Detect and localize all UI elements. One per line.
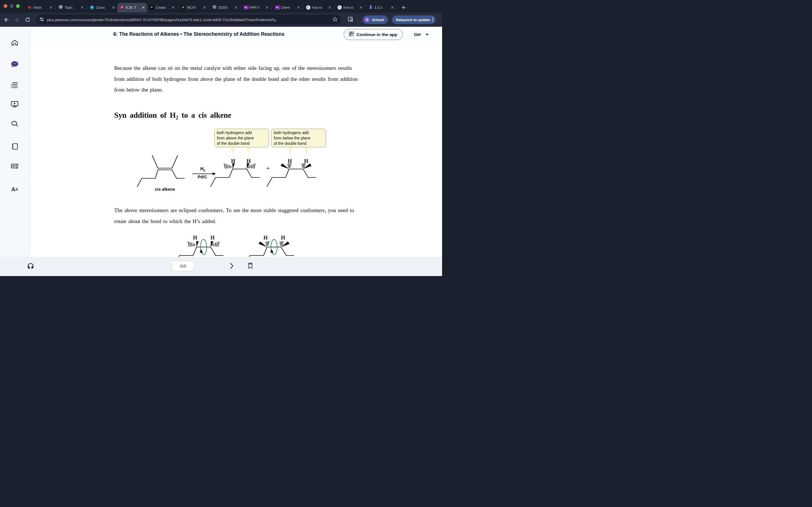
next-page-icon[interactable] <box>227 262 236 270</box>
tab-close-icon[interactable] <box>111 6 115 10</box>
google-icon: G <box>338 5 342 10</box>
tab-title: Inbox <box>33 6 47 10</box>
tab-close-icon[interactable] <box>359 6 363 10</box>
more-menu-icon[interactable] <box>432 17 434 22</box>
catalyst-label: Pd/C <box>198 174 207 179</box>
tab-title: 6.16: T <box>126 6 140 10</box>
page-number-input[interactable]: 315 <box>172 261 194 271</box>
back-icon[interactable] <box>2 15 11 24</box>
tab-close-icon[interactable] <box>296 6 300 10</box>
profile-avatar: G <box>364 17 370 22</box>
account-initials: GH <box>411 29 423 40</box>
globe-icon <box>59 5 63 10</box>
hydrogen-label: H <box>231 158 236 164</box>
onenote-icon: N <box>275 5 279 10</box>
sidebar: AA <box>0 27 29 257</box>
address-bar[interactable]: plus.pearson.com/courses/gloster75164/pr… <box>36 15 341 24</box>
continue-label: Continue in the app <box>356 32 397 37</box>
google-icon: G <box>306 5 310 10</box>
tab-howto-1[interactable]: G how to <box>304 3 334 12</box>
continue-in-app-button[interactable]: Continue in the app <box>344 29 403 40</box>
reading-page: Because the alkene can sit on the metal … <box>29 42 442 257</box>
tab-mcat[interactable]: G MCAT <box>179 3 208 12</box>
callout-below-plane: both hydrogens add from below the plane … <box>271 129 326 147</box>
tab-close-icon[interactable] <box>327 6 332 10</box>
tab-close-icon[interactable] <box>390 6 394 10</box>
relaunch-button[interactable]: Relaunch to update <box>392 15 436 24</box>
tab-topic[interactable]: Topic: <box>56 3 86 12</box>
relaunch-label: Relaunch to update <box>396 18 430 22</box>
notebook-icon[interactable] <box>9 140 20 152</box>
pearson-icon: P <box>120 5 124 10</box>
toolbar-divider <box>357 17 358 23</box>
table-of-contents-icon[interactable] <box>9 79 20 91</box>
sidebar-divider <box>3 178 26 179</box>
tab-title: 20250 <box>218 6 232 10</box>
gmail-icon: M <box>28 5 32 10</box>
home-icon[interactable] <box>9 37 20 49</box>
tab-title: how to <box>343 6 357 10</box>
page-title: 6: The Reactions of Alkenes • The Stereo… <box>29 31 369 37</box>
tab-close-icon[interactable] <box>80 6 84 10</box>
account-menu[interactable]: GH <box>411 29 428 40</box>
browser-toolbar: plus.pearson.com/courses/gloster75164/pr… <box>0 13 442 27</box>
reaction-scheme-figure <box>121 148 330 196</box>
section-heading: Syn addition of H2 to a cis alkene <box>114 111 231 121</box>
tab-separator <box>177 5 178 10</box>
audio-icon[interactable] <box>26 262 35 270</box>
tab-howto-2[interactable]: G how to <box>335 3 365 12</box>
tab-search-icon[interactable] <box>347 16 354 24</box>
minimize-window-button[interactable] <box>10 4 13 8</box>
tab-close-icon[interactable] <box>171 6 175 10</box>
tab-inbox[interactable]: M Inbox <box>25 3 55 12</box>
tab-title: Topic: <box>64 6 79 10</box>
flashcards-icon[interactable] <box>9 160 20 172</box>
paragraph-2: The above stereoisomers are eclipsed con… <box>114 205 358 227</box>
tab-20250[interactable]: 20250 <box>210 3 240 12</box>
tab-hpr[interactable]: N HPR 0 <box>241 3 271 12</box>
onenote-icon: N <box>244 5 248 10</box>
new-tab-button[interactable] <box>400 4 407 11</box>
video-icon[interactable] <box>9 98 20 110</box>
tab-close-icon[interactable] <box>202 6 206 10</box>
text-settings-icon[interactable]: AA <box>9 183 20 195</box>
tab-title: HPR 0 <box>250 6 263 10</box>
ai-study-tool-icon[interactable] <box>9 58 20 70</box>
tab-close-icon[interactable] <box>49 6 53 10</box>
bookmark-star-icon[interactable] <box>333 17 338 23</box>
paragraph-1: Because the alkene can sit on the metal … <box>114 63 358 96</box>
tab-separator <box>365 5 366 10</box>
close-window-button[interactable] <box>4 4 7 8</box>
tab-separator <box>271 5 272 10</box>
reload-icon[interactable] <box>23 15 32 24</box>
hydrogen-label: H <box>288 158 292 164</box>
tab-list: M Inbox Topic: P Cours P 6.16: T <box>25 2 407 13</box>
globe-icon <box>212 5 216 10</box>
zoom-window-button[interactable] <box>16 4 20 8</box>
forward-icon[interactable] <box>12 15 21 24</box>
app-header: 6: The Reactions of Alkenes • The Stereo… <box>29 27 442 42</box>
profile-name: School <box>372 18 384 22</box>
site-settings-icon[interactable] <box>40 17 44 22</box>
profile-chip[interactable]: G School <box>363 15 388 24</box>
tab-separator <box>240 5 241 10</box>
tab-close-icon[interactable] <box>234 6 238 10</box>
callout-above-plane: both hydrogens add from above the plane … <box>214 129 269 147</box>
hydrogen-label: H <box>264 235 268 241</box>
tab-course[interactable]: P Cours <box>87 3 117 12</box>
bookmark-icon[interactable] <box>246 262 255 270</box>
window-controls <box>4 4 20 8</box>
tab-title: Create <box>156 6 169 10</box>
pearson-icon: P <box>150 5 154 10</box>
search-icon[interactable] <box>9 118 20 130</box>
tab-close-icon[interactable] <box>265 6 269 10</box>
tab-close-icon[interactable] <box>141 6 145 10</box>
tab-title: Chem <box>281 6 295 10</box>
tab-616-active[interactable]: P 6.16: T <box>117 3 147 12</box>
url-text[interactable]: plus.pearson.com/courses/gloster75164/pr… <box>47 18 333 22</box>
chevron-down-icon <box>426 34 428 36</box>
tab-chem[interactable]: N Chem <box>272 3 302 12</box>
tab-create[interactable]: P Create <box>147 3 177 12</box>
tab-333[interactable]: 3.3.3: <box>366 3 396 12</box>
reagent-label: H2 <box>200 166 205 172</box>
